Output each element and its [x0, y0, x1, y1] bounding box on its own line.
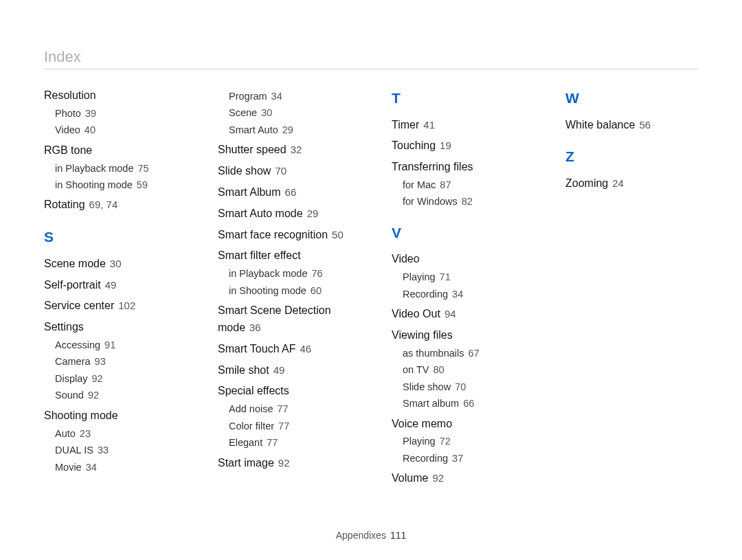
- index-entry[interactable]: Transferring files: [392, 159, 524, 176]
- index-subentry[interactable]: in Shooting mode60: [229, 283, 350, 298]
- index-subentry-label: Recording: [403, 453, 448, 464]
- index-subentry[interactable]: Playing71: [403, 269, 524, 284]
- index-subentry-pages: 60: [311, 285, 322, 296]
- index-subentry-pages: 72: [440, 436, 451, 447]
- index-entry[interactable]: Self-portrait49: [44, 277, 177, 294]
- index-entry[interactable]: RGB tone: [44, 142, 177, 159]
- index-entry[interactable]: Smart filter effect: [218, 247, 350, 265]
- index-topic: Smart Scene Detection mode36: [218, 302, 350, 337]
- index-subentry-pages: 67: [468, 348, 479, 359]
- index-entry-title: Rotating: [44, 199, 85, 210]
- index-subentry-pages: 29: [282, 124, 293, 135]
- index-subentry-pages: 82: [462, 196, 473, 207]
- index-section-letter: T: [392, 87, 524, 110]
- index-entry[interactable]: Viewing files: [392, 327, 524, 344]
- index-subentry[interactable]: on TV80: [403, 362, 524, 377]
- index-subentry[interactable]: in Playback mode76: [229, 266, 350, 281]
- index-entry-pages: 32: [291, 144, 302, 155]
- index-entry[interactable]: Volume92: [392, 470, 524, 487]
- index-subentry-label: Sound: [55, 390, 84, 401]
- index-subentry[interactable]: as thumbnails67: [403, 346, 524, 361]
- index-entry-pages: 92: [432, 472, 444, 484]
- index-entry[interactable]: Voice memo: [392, 416, 524, 433]
- index-subentry[interactable]: DUAL IS33: [55, 443, 177, 458]
- index-entry-pages: 29: [307, 208, 319, 219]
- index-subentry[interactable]: Recording37: [403, 451, 524, 466]
- index-entry[interactable]: Start image92: [218, 455, 350, 472]
- index-entry-pages: 41: [423, 119, 435, 131]
- index-entry[interactable]: Slide show70: [218, 163, 350, 180]
- index-entry[interactable]: Smart Touch AF46: [218, 341, 350, 358]
- index-entry[interactable]: Shutter speed32: [218, 142, 350, 159]
- index-entry[interactable]: Video: [392, 251, 524, 268]
- index-subentry[interactable]: Color filter77: [229, 418, 350, 434]
- index-subentry[interactable]: Video40: [55, 122, 177, 137]
- index-entry-pages: 102: [118, 300, 135, 311]
- index-entry[interactable]: Rotating69, 74: [44, 197, 177, 214]
- index-entry-pages: 92: [278, 457, 290, 469]
- index-entry[interactable]: Smile shot49: [218, 362, 350, 379]
- index-entry[interactable]: Smart face recognition50: [218, 227, 350, 244]
- index-topic: Smart face recognition50: [218, 227, 350, 244]
- index-entry[interactable]: Zooming24: [565, 175, 698, 192]
- index-subentry-pages: 34: [86, 462, 97, 473]
- index-entry-pages: 49: [273, 364, 285, 376]
- index-subentry-label: in Shooting mode: [55, 179, 133, 190]
- index-subentry-label: Program: [229, 91, 267, 102]
- index-subentry[interactable]: Movie34: [55, 460, 177, 475]
- index-subentry[interactable]: Elegant77: [229, 435, 350, 450]
- index-subentry-pages: 39: [85, 108, 96, 119]
- index-topic: Scene mode30: [44, 256, 177, 273]
- index-subentry-label: Video: [55, 124, 80, 135]
- index-topic: Smile shot49: [218, 362, 350, 379]
- index-entry[interactable]: Video Out94: [392, 306, 524, 323]
- index-subentry[interactable]: Auto23: [55, 426, 177, 441]
- index-entry[interactable]: Smart Auto mode29: [218, 205, 350, 223]
- index-subentry[interactable]: Photo39: [55, 106, 177, 121]
- index-subentry[interactable]: Scene30: [229, 105, 350, 120]
- index-subentry[interactable]: for Mac87: [403, 177, 524, 192]
- index-entry[interactable]: Scene mode30: [44, 256, 177, 273]
- index-subentry[interactable]: Smart Auto29: [229, 122, 350, 137]
- index-subentry[interactable]: Camera93: [55, 354, 177, 369]
- index-entry[interactable]: Settings: [44, 319, 177, 336]
- index-entry[interactable]: Service center102: [44, 298, 177, 315]
- index-subentry-label: Camera: [55, 356, 91, 367]
- index-topic: Rotating69, 74: [44, 197, 177, 214]
- index-subentry[interactable]: Accessing91: [55, 337, 177, 352]
- index-subentry-label: Accessing: [55, 339, 100, 350]
- index-subentry[interactable]: Smart album66: [403, 396, 524, 411]
- index-entry[interactable]: White balance56: [565, 117, 698, 134]
- index-entry[interactable]: Special effects: [218, 383, 350, 400]
- index-entry-pages: 46: [300, 343, 312, 355]
- index-subentry-pages: 40: [85, 124, 95, 135]
- index-subentry-pages: 77: [267, 437, 278, 448]
- index-subentry[interactable]: Display92: [55, 371, 177, 386]
- index-subentry[interactable]: Sound92: [55, 388, 177, 403]
- index-entry[interactable]: Resolution: [44, 87, 177, 104]
- index-topic: White balance56: [565, 117, 698, 134]
- index-subentry[interactable]: Add noise77: [229, 401, 350, 416]
- index-entry[interactable]: Shooting mode: [44, 407, 177, 425]
- index-entry-title: Timer: [392, 119, 419, 131]
- index-entry[interactable]: Smart Album66: [218, 184, 350, 201]
- index-entry[interactable]: Timer41: [392, 117, 524, 134]
- index-entry[interactable]: Touching19: [392, 137, 524, 155]
- index-entry-title: Shooting mode: [44, 410, 118, 421]
- index-topic: Special effectsAdd noise77Color filter77…: [218, 383, 350, 450]
- index-subentry[interactable]: in Shooting mode59: [55, 177, 177, 192]
- index-entry[interactable]: Smart Scene Detection mode36: [218, 302, 350, 337]
- index-subentry[interactable]: Slide show70: [403, 379, 524, 394]
- index-entry-title: Smart Album: [218, 186, 281, 198]
- index-column: ResolutionPhoto39Video40RGB tonein Playb…: [44, 87, 177, 491]
- index-entry-pages: 94: [445, 308, 456, 320]
- footer-page-number: 111: [390, 530, 406, 541]
- index-subentry-pages: 70: [455, 381, 466, 392]
- index-subentry[interactable]: Playing72: [403, 434, 524, 449]
- index-subentry[interactable]: Program34: [229, 89, 350, 104]
- index-subentry[interactable]: in Playback mode75: [55, 161, 177, 176]
- index-subentry[interactable]: Recording34: [403, 287, 524, 302]
- index-subentry-pages: 80: [433, 364, 444, 375]
- index-subentry[interactable]: for Windows82: [403, 194, 524, 209]
- index-subentry-label: Auto: [55, 428, 76, 439]
